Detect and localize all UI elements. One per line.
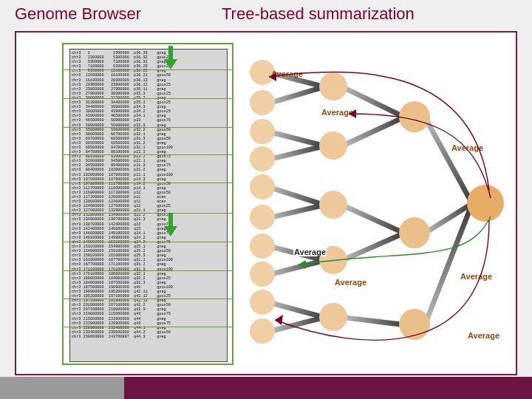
tree-node-leaf	[250, 119, 275, 144]
footer-grey	[0, 377, 124, 399]
tree-edge	[269, 202, 325, 220]
band-sep	[62, 242, 233, 242]
band-sep	[62, 270, 233, 271]
tree-node-L2	[319, 191, 347, 219]
tree-edge	[341, 202, 406, 235]
footer-bar	[0, 377, 532, 399]
tree-node-L2	[319, 132, 347, 160]
tree-edge	[269, 315, 325, 334]
avg-label: Average	[460, 272, 493, 281]
band-sep	[62, 98, 233, 99]
tree-node-L2	[319, 303, 347, 331]
genome-table-panel: chr3 1 2300000 p36.33 gneg chr3 2300000 …	[62, 43, 233, 365]
tree-node-L3	[399, 101, 430, 132]
tree-node-leaf	[250, 205, 275, 230]
tree-edge	[269, 143, 325, 162]
tree-edge	[269, 258, 325, 277]
tree-node-L3	[399, 217, 430, 248]
tree-edge	[341, 115, 406, 148]
header: Genome Browser Tree-based summarization	[0, 0, 532, 30]
tree-node-leaf	[250, 174, 275, 200]
avg-label: Average	[293, 248, 327, 256]
band-sep	[62, 154, 233, 155]
avg-label: Average	[270, 69, 304, 78]
band-sep	[62, 183, 233, 183]
svg-marker-3	[275, 315, 283, 325]
tree-node-L3	[399, 309, 430, 340]
avg-label: Average	[451, 143, 484, 152]
tree-node-L2	[319, 72, 347, 100]
band-sep	[62, 127, 233, 128]
main-frame: chr3 1 2300000 p36.33 gneg chr3 2300000 …	[15, 31, 517, 375]
tree-node-leaf	[250, 233, 275, 259]
footer-maroon	[124, 377, 532, 399]
tree-node-root	[467, 185, 504, 222]
tree-node-leaf	[250, 318, 275, 344]
avg-label: Average	[334, 278, 367, 287]
band-sep	[62, 69, 233, 70]
avg-label: Average	[321, 108, 354, 117]
tree-node-leaf	[250, 90, 275, 115]
tree-edge	[341, 231, 406, 262]
tree-edge	[342, 315, 405, 327]
tree-node-leaf	[250, 290, 275, 315]
genome-table: chr3 1 2300000 p36.33 gneg chr3 2300000 …	[69, 49, 228, 362]
tree-edge	[423, 116, 474, 205]
avg-label: Average	[467, 331, 500, 340]
band-sep	[62, 327, 233, 327]
title-right: Tree-based summarization	[222, 4, 415, 24]
title-left: Genome Browser	[15, 4, 222, 24]
tree-panel: Average Average Average Average Average …	[245, 43, 514, 365]
band-sep	[62, 299, 233, 299]
tree-edge	[269, 84, 325, 106]
band-sep	[62, 213, 233, 214]
tree-node-leaf	[250, 146, 275, 171]
tree-node-leaf	[250, 262, 275, 287]
